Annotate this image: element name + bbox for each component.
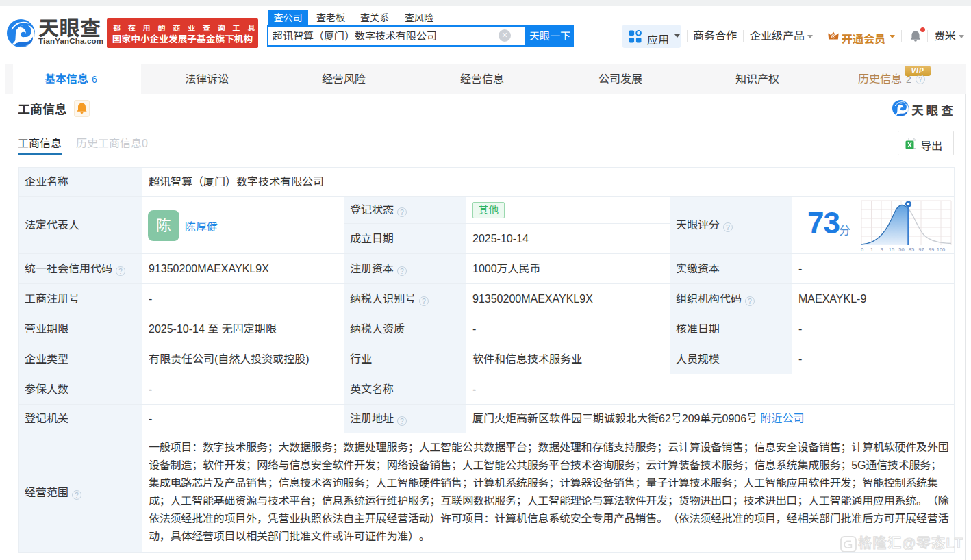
svg-text:15: 15 [889,246,894,253]
svg-text:0: 0 [861,246,863,253]
svg-text:1: 1 [870,246,873,253]
svg-text:97: 97 [918,246,924,253]
svg-text:85: 85 [909,246,914,253]
svg-text:100: 100 [937,246,946,253]
svg-text:99: 99 [929,246,934,253]
svg-text:3: 3 [880,246,883,253]
svg-text:50: 50 [898,246,904,253]
